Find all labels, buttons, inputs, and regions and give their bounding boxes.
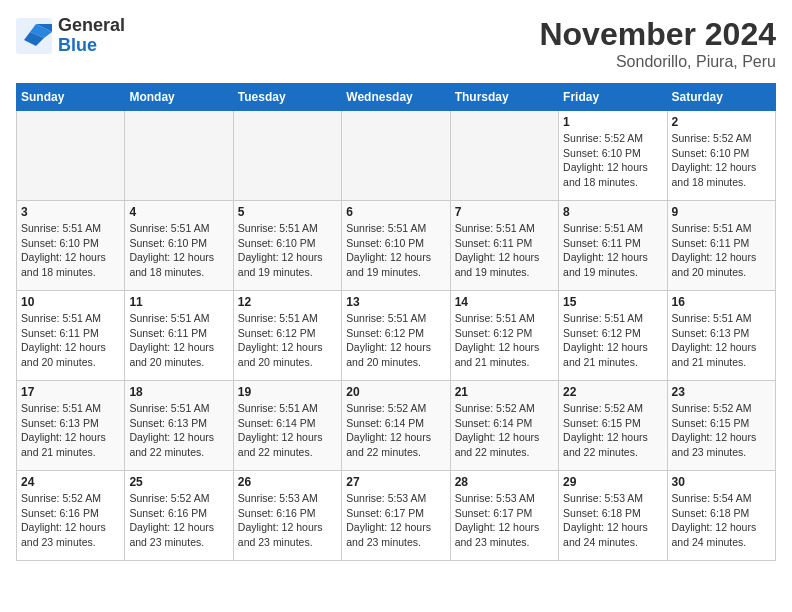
day-info: Sunrise: 5:52 AM Sunset: 6:16 PM Dayligh… [129, 491, 228, 550]
day-number: 8 [563, 205, 662, 219]
day-info: Sunrise: 5:51 AM Sunset: 6:13 PM Dayligh… [129, 401, 228, 460]
calendar-cell: 5Sunrise: 5:51 AM Sunset: 6:10 PM Daylig… [233, 201, 341, 291]
day-number: 26 [238, 475, 337, 489]
day-info: Sunrise: 5:52 AM Sunset: 6:14 PM Dayligh… [346, 401, 445, 460]
day-info: Sunrise: 5:52 AM Sunset: 6:10 PM Dayligh… [672, 131, 771, 190]
weekday-header: Saturday [667, 84, 775, 111]
day-number: 23 [672, 385, 771, 399]
logo-text: General Blue [58, 16, 125, 56]
calendar-cell: 13Sunrise: 5:51 AM Sunset: 6:12 PM Dayli… [342, 291, 450, 381]
day-number: 20 [346, 385, 445, 399]
day-info: Sunrise: 5:53 AM Sunset: 6:17 PM Dayligh… [455, 491, 554, 550]
calendar-cell: 30Sunrise: 5:54 AM Sunset: 6:18 PM Dayli… [667, 471, 775, 561]
calendar-cell: 16Sunrise: 5:51 AM Sunset: 6:13 PM Dayli… [667, 291, 775, 381]
day-number: 7 [455, 205, 554, 219]
day-info: Sunrise: 5:51 AM Sunset: 6:12 PM Dayligh… [455, 311, 554, 370]
day-info: Sunrise: 5:51 AM Sunset: 6:10 PM Dayligh… [346, 221, 445, 280]
calendar-cell: 20Sunrise: 5:52 AM Sunset: 6:14 PM Dayli… [342, 381, 450, 471]
calendar-week-row: 10Sunrise: 5:51 AM Sunset: 6:11 PM Dayli… [17, 291, 776, 381]
day-info: Sunrise: 5:53 AM Sunset: 6:18 PM Dayligh… [563, 491, 662, 550]
calendar-week-row: 24Sunrise: 5:52 AM Sunset: 6:16 PM Dayli… [17, 471, 776, 561]
calendar-cell: 27Sunrise: 5:53 AM Sunset: 6:17 PM Dayli… [342, 471, 450, 561]
day-number: 19 [238, 385, 337, 399]
weekday-header: Friday [559, 84, 667, 111]
calendar-cell: 22Sunrise: 5:52 AM Sunset: 6:15 PM Dayli… [559, 381, 667, 471]
calendar-cell: 4Sunrise: 5:51 AM Sunset: 6:10 PM Daylig… [125, 201, 233, 291]
page-header: General Blue November 2024 Sondorillo, P… [16, 16, 776, 71]
day-info: Sunrise: 5:51 AM Sunset: 6:10 PM Dayligh… [129, 221, 228, 280]
logo: General Blue [16, 16, 125, 56]
day-info: Sunrise: 5:54 AM Sunset: 6:18 PM Dayligh… [672, 491, 771, 550]
calendar-cell [342, 111, 450, 201]
calendar-cell [233, 111, 341, 201]
calendar-cell [125, 111, 233, 201]
calendar-cell [450, 111, 558, 201]
calendar-cell [17, 111, 125, 201]
calendar-cell: 17Sunrise: 5:51 AM Sunset: 6:13 PM Dayli… [17, 381, 125, 471]
day-number: 5 [238, 205, 337, 219]
day-info: Sunrise: 5:51 AM Sunset: 6:14 PM Dayligh… [238, 401, 337, 460]
day-info: Sunrise: 5:51 AM Sunset: 6:10 PM Dayligh… [238, 221, 337, 280]
weekday-header: Tuesday [233, 84, 341, 111]
calendar-cell: 23Sunrise: 5:52 AM Sunset: 6:15 PM Dayli… [667, 381, 775, 471]
weekday-header: Sunday [17, 84, 125, 111]
day-info: Sunrise: 5:52 AM Sunset: 6:10 PM Dayligh… [563, 131, 662, 190]
calendar-cell: 11Sunrise: 5:51 AM Sunset: 6:11 PM Dayli… [125, 291, 233, 381]
calendar-cell: 24Sunrise: 5:52 AM Sunset: 6:16 PM Dayli… [17, 471, 125, 561]
day-info: Sunrise: 5:51 AM Sunset: 6:12 PM Dayligh… [563, 311, 662, 370]
day-info: Sunrise: 5:51 AM Sunset: 6:11 PM Dayligh… [129, 311, 228, 370]
calendar-cell: 6Sunrise: 5:51 AM Sunset: 6:10 PM Daylig… [342, 201, 450, 291]
day-info: Sunrise: 5:52 AM Sunset: 6:15 PM Dayligh… [672, 401, 771, 460]
day-number: 24 [21, 475, 120, 489]
calendar-week-row: 3Sunrise: 5:51 AM Sunset: 6:10 PM Daylig… [17, 201, 776, 291]
day-number: 30 [672, 475, 771, 489]
calendar-cell: 7Sunrise: 5:51 AM Sunset: 6:11 PM Daylig… [450, 201, 558, 291]
weekday-header: Wednesday [342, 84, 450, 111]
day-number: 16 [672, 295, 771, 309]
calendar-header: SundayMondayTuesdayWednesdayThursdayFrid… [17, 84, 776, 111]
calendar-subtitle: Sondorillo, Piura, Peru [539, 53, 776, 71]
calendar-cell: 15Sunrise: 5:51 AM Sunset: 6:12 PM Dayli… [559, 291, 667, 381]
day-number: 15 [563, 295, 662, 309]
day-number: 1 [563, 115, 662, 129]
day-number: 3 [21, 205, 120, 219]
day-info: Sunrise: 5:51 AM Sunset: 6:13 PM Dayligh… [21, 401, 120, 460]
day-info: Sunrise: 5:51 AM Sunset: 6:11 PM Dayligh… [563, 221, 662, 280]
day-number: 11 [129, 295, 228, 309]
calendar-cell: 3Sunrise: 5:51 AM Sunset: 6:10 PM Daylig… [17, 201, 125, 291]
day-number: 21 [455, 385, 554, 399]
calendar-cell: 28Sunrise: 5:53 AM Sunset: 6:17 PM Dayli… [450, 471, 558, 561]
day-info: Sunrise: 5:51 AM Sunset: 6:11 PM Dayligh… [455, 221, 554, 280]
calendar-cell: 1Sunrise: 5:52 AM Sunset: 6:10 PM Daylig… [559, 111, 667, 201]
calendar-cell: 12Sunrise: 5:51 AM Sunset: 6:12 PM Dayli… [233, 291, 341, 381]
calendar-cell: 8Sunrise: 5:51 AM Sunset: 6:11 PM Daylig… [559, 201, 667, 291]
day-info: Sunrise: 5:51 AM Sunset: 6:11 PM Dayligh… [21, 311, 120, 370]
day-info: Sunrise: 5:51 AM Sunset: 6:13 PM Dayligh… [672, 311, 771, 370]
day-number: 9 [672, 205, 771, 219]
calendar-cell: 10Sunrise: 5:51 AM Sunset: 6:11 PM Dayli… [17, 291, 125, 381]
calendar-cell: 26Sunrise: 5:53 AM Sunset: 6:16 PM Dayli… [233, 471, 341, 561]
day-number: 22 [563, 385, 662, 399]
day-info: Sunrise: 5:52 AM Sunset: 6:15 PM Dayligh… [563, 401, 662, 460]
day-number: 4 [129, 205, 228, 219]
day-number: 29 [563, 475, 662, 489]
calendar-cell: 18Sunrise: 5:51 AM Sunset: 6:13 PM Dayli… [125, 381, 233, 471]
calendar-week-row: 17Sunrise: 5:51 AM Sunset: 6:13 PM Dayli… [17, 381, 776, 471]
day-number: 14 [455, 295, 554, 309]
day-info: Sunrise: 5:51 AM Sunset: 6:12 PM Dayligh… [238, 311, 337, 370]
day-info: Sunrise: 5:52 AM Sunset: 6:16 PM Dayligh… [21, 491, 120, 550]
weekday-header: Monday [125, 84, 233, 111]
calendar-cell: 14Sunrise: 5:51 AM Sunset: 6:12 PM Dayli… [450, 291, 558, 381]
weekday-header: Thursday [450, 84, 558, 111]
calendar-table: SundayMondayTuesdayWednesdayThursdayFrid… [16, 83, 776, 561]
day-info: Sunrise: 5:52 AM Sunset: 6:14 PM Dayligh… [455, 401, 554, 460]
day-info: Sunrise: 5:51 AM Sunset: 6:11 PM Dayligh… [672, 221, 771, 280]
calendar-title: November 2024 [539, 16, 776, 53]
day-number: 17 [21, 385, 120, 399]
calendar-cell: 25Sunrise: 5:52 AM Sunset: 6:16 PM Dayli… [125, 471, 233, 561]
day-number: 27 [346, 475, 445, 489]
title-block: November 2024 Sondorillo, Piura, Peru [539, 16, 776, 71]
day-number: 12 [238, 295, 337, 309]
day-info: Sunrise: 5:53 AM Sunset: 6:17 PM Dayligh… [346, 491, 445, 550]
calendar-cell: 29Sunrise: 5:53 AM Sunset: 6:18 PM Dayli… [559, 471, 667, 561]
